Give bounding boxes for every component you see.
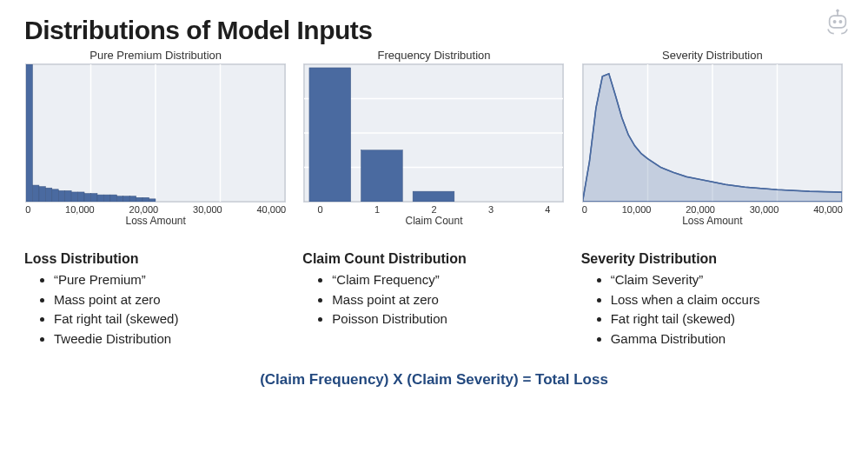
svg-rect-26 xyxy=(136,197,142,202)
tick: 30,000 xyxy=(193,204,222,215)
section-loss: Loss Distribution “Pure Premium” Mass po… xyxy=(24,251,287,349)
list-item: Fat right tail (skewed) xyxy=(611,309,844,329)
svg-rect-17 xyxy=(78,192,84,202)
chart-plot xyxy=(303,63,564,203)
chart-plot xyxy=(25,63,286,203)
svg-rect-14 xyxy=(58,190,64,202)
section-heading: Claim Count Distribution xyxy=(302,251,565,267)
svg-point-1 xyxy=(833,20,837,23)
chart-severity: Severity Distribution 0 10,000 20,000 30… xyxy=(581,49,844,227)
svg-rect-35 xyxy=(414,191,455,202)
tick: 2 xyxy=(431,204,436,215)
svg-rect-15 xyxy=(65,190,71,202)
chart-title: Pure Premium Distribution xyxy=(89,49,222,62)
section-claim-count: Claim Count Distribution “Claim Frequenc… xyxy=(302,251,565,349)
svg-rect-34 xyxy=(361,150,403,202)
svg-rect-28 xyxy=(149,199,156,202)
x-ticks: 0 10,000 20,000 30,000 40,000 xyxy=(582,203,843,215)
charts-row: Pure Premium Distribution xyxy=(24,49,844,227)
chart-title: Frequency Distribution xyxy=(377,49,490,62)
svg-rect-23 xyxy=(116,196,123,202)
list-item: Gamma Distribution xyxy=(611,329,844,349)
list-item: Fat right tail (skewed) xyxy=(54,309,287,329)
svg-rect-33 xyxy=(309,68,351,202)
list-item: “Pure Premium” xyxy=(54,270,287,290)
tick: 0 xyxy=(317,204,322,215)
list-item: “Claim Frequency” xyxy=(332,270,565,290)
tick: 10,000 xyxy=(65,204,95,215)
tick: 4 xyxy=(545,204,550,215)
svg-rect-19 xyxy=(91,194,97,202)
svg-rect-16 xyxy=(71,192,77,202)
section-list: “Claim Severity” Loss when a claim occur… xyxy=(581,270,844,349)
x-label: Claim Count xyxy=(405,215,462,227)
svg-rect-18 xyxy=(84,194,90,202)
x-ticks: 0 1 2 3 4 xyxy=(303,203,564,215)
chart-title: Severity Distribution xyxy=(662,49,763,62)
tick: 0 xyxy=(582,204,587,215)
tick: 10,000 xyxy=(622,204,652,215)
section-list: “Claim Frequency” Mass point at zero Poi… xyxy=(302,270,565,329)
x-label: Loss Amount xyxy=(682,215,742,227)
svg-rect-9 xyxy=(26,64,32,202)
svg-rect-11 xyxy=(39,187,45,202)
chart-pure-premium: Pure Premium Distribution xyxy=(24,49,287,227)
tick: 40,000 xyxy=(813,204,843,215)
svg-rect-27 xyxy=(142,197,149,202)
tick: 40,000 xyxy=(257,204,287,215)
section-heading: Severity Distribution xyxy=(581,251,844,267)
list-item: Mass point at zero xyxy=(332,290,565,310)
section-list: “Pure Premium” Mass point at zero Fat ri… xyxy=(24,270,287,349)
section-heading: Loss Distribution xyxy=(24,251,287,267)
tick: 20,000 xyxy=(129,204,159,215)
tick: 20,000 xyxy=(686,204,715,215)
svg-point-4 xyxy=(836,10,838,12)
svg-rect-0 xyxy=(830,16,846,28)
svg-rect-20 xyxy=(97,195,103,202)
svg-rect-25 xyxy=(129,196,136,202)
svg-rect-24 xyxy=(123,196,129,202)
chart-frequency: Frequency Distribution 0 1 2 3 4 xyxy=(302,49,565,227)
x-ticks: 0 10,000 20,000 30,000 40,000 xyxy=(25,203,286,215)
list-item: Mass point at zero xyxy=(54,290,287,310)
list-item: Loss when a claim occurs xyxy=(611,290,844,310)
svg-point-2 xyxy=(838,20,842,23)
robot-logo-icon xyxy=(823,7,852,37)
svg-rect-10 xyxy=(33,185,39,202)
chart-plot xyxy=(582,63,843,203)
list-item: “Claim Severity” xyxy=(611,270,844,290)
page-title: Distributions of Model Inputs xyxy=(24,16,844,45)
svg-rect-13 xyxy=(52,189,58,202)
tick: 3 xyxy=(488,204,494,215)
tick: 1 xyxy=(374,204,380,215)
svg-rect-22 xyxy=(110,195,116,202)
text-row: Loss Distribution “Pure Premium” Mass po… xyxy=(24,251,844,349)
svg-rect-12 xyxy=(46,188,52,202)
formula: (Claim Frequency) X (Claim Severity) = T… xyxy=(24,371,844,389)
section-severity: Severity Distribution “Claim Severity” L… xyxy=(581,251,844,349)
tick: 30,000 xyxy=(750,204,779,215)
list-item: Poisson Distribution xyxy=(332,309,565,329)
svg-rect-21 xyxy=(104,195,110,202)
slide: Distributions of Model Inputs Pure Premi… xyxy=(0,0,868,472)
x-label: Loss Amount xyxy=(125,215,185,227)
tick: 0 xyxy=(25,204,30,215)
list-item: Tweedie Distribution xyxy=(54,329,287,349)
